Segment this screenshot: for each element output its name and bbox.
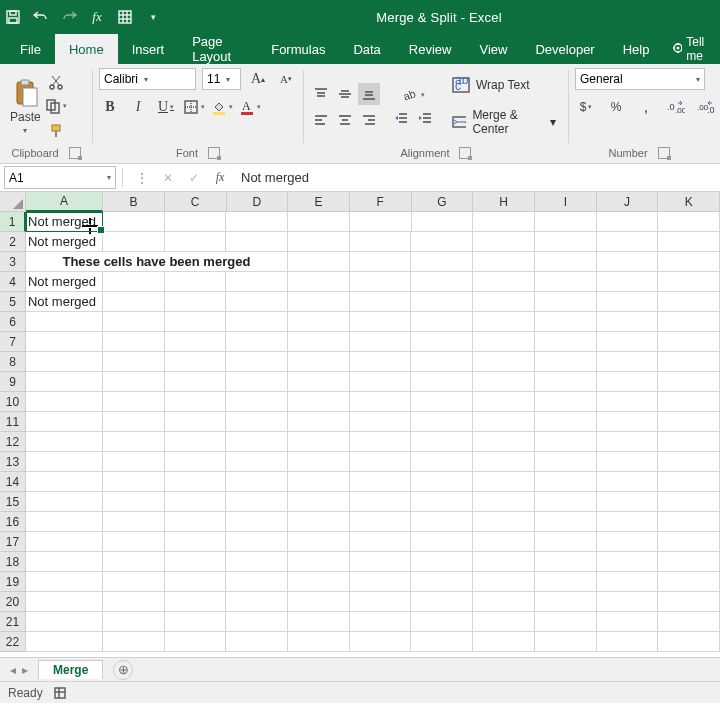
cell-E13[interactable] (288, 452, 350, 472)
cell-A14[interactable] (26, 472, 103, 492)
cell-I14[interactable] (535, 472, 597, 492)
col-header-I[interactable]: I (535, 192, 597, 212)
cell-J13[interactable] (597, 452, 659, 472)
format-painter-icon[interactable] (45, 120, 67, 142)
cell-E22[interactable] (288, 632, 350, 652)
cell-F8[interactable] (350, 352, 412, 372)
cell-F21[interactable] (350, 612, 412, 632)
font-color-icon[interactable]: A▾ (239, 96, 261, 118)
cell-G21[interactable] (411, 612, 473, 632)
cell-C1[interactable] (165, 212, 227, 232)
col-header-C[interactable]: C (165, 192, 227, 212)
select-all-corner[interactable] (0, 192, 26, 212)
sheet-nav-prev-icon[interactable]: ◂ (10, 663, 16, 677)
cell-E5[interactable] (288, 292, 350, 312)
cell-I15[interactable] (535, 492, 597, 512)
cell-K11[interactable] (658, 412, 720, 432)
cell-B2[interactable] (103, 232, 165, 252)
row-header-7[interactable]: 7 (0, 332, 26, 352)
cell-K10[interactable] (658, 392, 720, 412)
cell-K18[interactable] (658, 552, 720, 572)
cell-H10[interactable] (473, 392, 535, 412)
cell-E7[interactable] (288, 332, 350, 352)
alignment-launcher-icon[interactable] (459, 147, 471, 159)
align-top-icon[interactable] (310, 83, 332, 105)
cell-J6[interactable] (597, 312, 659, 332)
increase-indent-icon[interactable] (414, 108, 436, 130)
cell-A8[interactable] (26, 352, 103, 372)
cell-E21[interactable] (288, 612, 350, 632)
cell-G7[interactable] (411, 332, 473, 352)
qat-customize-icon[interactable]: ▾ (144, 8, 162, 26)
cell-E11[interactable] (288, 412, 350, 432)
col-header-B[interactable]: B (103, 192, 165, 212)
row-header-17[interactable]: 17 (0, 532, 26, 552)
cell-I1[interactable] (535, 212, 597, 232)
cell-F7[interactable] (350, 332, 412, 352)
clipboard-launcher-icon[interactable] (69, 147, 81, 159)
cell-I18[interactable] (535, 552, 597, 572)
cell-C4[interactable] (165, 272, 227, 292)
cell-E17[interactable] (288, 532, 350, 552)
row-header-22[interactable]: 22 (0, 632, 26, 652)
cell-F15[interactable] (350, 492, 412, 512)
cell-F11[interactable] (350, 412, 412, 432)
tab-page-layout[interactable]: Page Layout (178, 34, 257, 64)
cell-D9[interactable] (226, 372, 288, 392)
cell-C5[interactable] (165, 292, 227, 312)
tab-insert[interactable]: Insert (118, 34, 179, 64)
orientation-icon[interactable]: ab▾ (390, 84, 436, 106)
tab-help[interactable]: Help (609, 34, 664, 64)
cell-K1[interactable] (658, 212, 720, 232)
cell-C2[interactable] (165, 232, 227, 252)
cell-H21[interactable] (473, 612, 535, 632)
cell-A1[interactable]: Not merged (26, 212, 103, 232)
cell-H9[interactable] (473, 372, 535, 392)
cell-B8[interactable] (103, 352, 165, 372)
cell-G13[interactable] (411, 452, 473, 472)
col-header-H[interactable]: H (473, 192, 535, 212)
align-right-icon[interactable] (358, 109, 380, 131)
cell-H19[interactable] (473, 572, 535, 592)
cell-B6[interactable] (103, 312, 165, 332)
row-header-12[interactable]: 12 (0, 432, 26, 452)
add-sheet-button[interactable]: ⊕ (113, 660, 133, 680)
save-icon[interactable] (4, 8, 22, 26)
col-header-E[interactable]: E (288, 192, 350, 212)
cell-G15[interactable] (411, 492, 473, 512)
cancel-formula-icon[interactable]: ✕ (155, 164, 181, 191)
row-header-18[interactable]: 18 (0, 552, 26, 572)
cell-C7[interactable] (165, 332, 227, 352)
tab-file[interactable]: File (6, 34, 55, 64)
cell-I21[interactable] (535, 612, 597, 632)
copy-icon[interactable]: ▾ (45, 95, 67, 117)
cell-K22[interactable] (658, 632, 720, 652)
cell-E16[interactable] (288, 512, 350, 532)
cell-J17[interactable] (597, 532, 659, 552)
cell-A2[interactable]: Not merged (26, 232, 103, 252)
cell-I2[interactable] (535, 232, 597, 252)
cell-B18[interactable] (103, 552, 165, 572)
cell-D21[interactable] (226, 612, 288, 632)
cell-F10[interactable] (350, 392, 412, 412)
cell-D10[interactable] (226, 392, 288, 412)
decrease-indent-icon[interactable] (390, 108, 412, 130)
cell-A17[interactable] (26, 532, 103, 552)
cell-G12[interactable] (411, 432, 473, 452)
sheet-tab-merge[interactable]: Merge (38, 660, 103, 679)
cell-K8[interactable] (658, 352, 720, 372)
undo-icon[interactable] (32, 8, 50, 26)
cell-H7[interactable] (473, 332, 535, 352)
cell-K2[interactable] (658, 232, 720, 252)
cell-A20[interactable] (26, 592, 103, 612)
cell-C22[interactable] (165, 632, 227, 652)
cell-J4[interactable] (597, 272, 659, 292)
row-header-1[interactable]: 1 (0, 212, 26, 232)
cell-H11[interactable] (473, 412, 535, 432)
cell-D15[interactable] (226, 492, 288, 512)
cell-E18[interactable] (288, 552, 350, 572)
insert-table-qat-icon[interactable] (116, 8, 134, 26)
row-header-19[interactable]: 19 (0, 572, 26, 592)
cell-E9[interactable] (288, 372, 350, 392)
cell-G19[interactable] (411, 572, 473, 592)
